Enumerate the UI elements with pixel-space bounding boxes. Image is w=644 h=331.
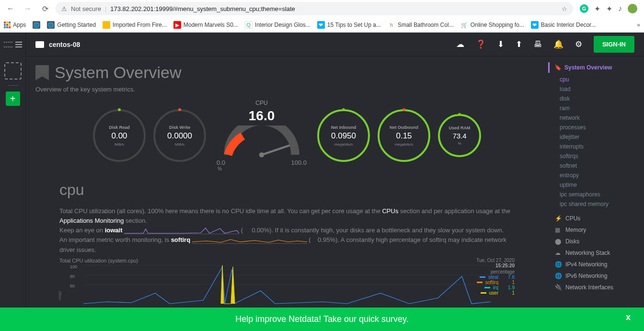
cpu-chart[interactable]: 100 80 60 ntage Tue, Oct 27, 2020 [59, 264, 515, 305]
forward-button[interactable]: → [21, 2, 34, 15]
nav-sub-softnet[interactable]: softnet [560, 161, 640, 171]
gauge-tick [342, 108, 345, 111]
bookmark-item[interactable]: 🌐 [33, 21, 40, 29]
gauge-tick [458, 113, 461, 116]
upload-icon[interactable]: ⬆ [516, 39, 522, 49]
reload-button[interactable]: ⟳ [38, 2, 52, 15]
host-icon [35, 41, 44, 48]
bookmark-item[interactable]: 🛒Online Shopping fo... [460, 21, 524, 29]
category-icon: 🌐 [555, 273, 562, 279]
nav-cat-disks[interactable]: ⬤Disks [552, 236, 640, 247]
bookmark-item[interactable]: QInterior Design Glos... [245, 21, 310, 29]
nav-sub-ram[interactable]: ram [560, 103, 640, 113]
gauge-tick [178, 108, 181, 111]
nav-sub-cpu[interactable]: cpu [560, 75, 640, 84]
nav-sub-idlejitter[interactable]: idlejitter [560, 132, 640, 142]
bookmark-item[interactable]: hSmall Bathroom Col... [388, 21, 454, 29]
softirq-note: An important metric worth monitoring, is… [59, 235, 515, 254]
category-icon: ☁ [555, 250, 562, 256]
back-button[interactable]: ← [4, 2, 17, 15]
extensions-puzzle-icon[interactable]: ✦ [606, 4, 612, 13]
nav-system-overview[interactable]: 🔖System Overview [548, 62, 640, 73]
sign-in-button[interactable]: SIGN-IN [594, 36, 634, 53]
gear-icon[interactable]: ⚙ [575, 39, 582, 49]
address-bar[interactable]: ⚠ Not secure | 173.82.202.201:19999/#men… [56, 2, 573, 15]
category-icon: 🔌 [555, 284, 562, 291]
music-icon[interactable]: ♪ [618, 4, 622, 13]
page-subtitle: Overview of the key system metrics. [35, 86, 539, 93]
banner-close-button[interactable]: x [626, 312, 631, 322]
bookmark-item[interactable]: 🌐Getting Started [47, 21, 96, 29]
bell-icon[interactable]: 🔔 [553, 39, 564, 49]
category-icon: ⬤ [555, 238, 562, 245]
star-icon[interactable]: ☆ [562, 5, 567, 12]
gauge-tick [118, 108, 121, 111]
bookmark-item[interactable]: Imported From Fire... [103, 21, 167, 29]
nav-cat-network-interfaces[interactable]: 🔌Network Interfaces [552, 282, 640, 293]
apps-link[interactable]: Applications Monitoring [59, 217, 124, 224]
cpus-link[interactable]: CPUs [382, 207, 398, 215]
gauge-disk-read[interactable]: Disk Read 0.00 MiB/s [93, 109, 146, 162]
bookmark-icon[interactable] [35, 65, 49, 80]
page-url: 173.82.202.201:19999/#menu_system_submen… [110, 5, 295, 12]
add-button[interactable]: + [6, 91, 20, 106]
bookmark-item[interactable]: ❤15 Tips to Set Up a... [317, 21, 381, 29]
cpu-heading: cpu [59, 181, 515, 199]
side-nav: 🔖System Overview cpuloaddiskramnetworkpr… [548, 57, 644, 331]
profile-avatar[interactable] [628, 4, 637, 13]
svg-point-1 [259, 152, 264, 158]
gauge-disk-write[interactable]: Disk Write 0.0000 MiB/s [153, 109, 206, 162]
chart-legend: Tue, Oct 27, 2020 15:25:20 percentage st… [476, 258, 515, 296]
nav-cat-ipv4-networking[interactable]: 🌐IPv4 Networking [552, 259, 640, 270]
apps-shortcut[interactable]: Apps [4, 22, 26, 28]
download-icon[interactable]: ⬇ [497, 39, 504, 49]
svg-line-0 [262, 146, 289, 155]
category-icon: ⚡ [555, 215, 562, 222]
cloud-icon[interactable]: ☁ [456, 39, 464, 49]
nav-sub-processes[interactable]: processes [560, 123, 640, 132]
extension-icon[interactable]: ✦ [594, 4, 600, 13]
gauge-cpu[interactable]: CPU 16.0 0.0100.0 % [214, 100, 310, 171]
bookmark-item[interactable]: ❤Basic Interior Decor... [531, 21, 596, 29]
not-secure-label: Not secure [71, 5, 101, 12]
hostname[interactable]: centos-08 [35, 41, 80, 48]
nav-sub-ipc-semaphores[interactable]: ipc semaphores [560, 190, 640, 199]
nav-sub-network[interactable]: network [560, 113, 640, 123]
nav-sub-uptime[interactable]: uptime [560, 180, 640, 190]
nav-cat-cpus[interactable]: ⚡CPUs [552, 213, 640, 224]
nav-cat-ipv6-networking[interactable]: 🌐IPv6 Networking [552, 270, 640, 282]
y-axis-label: ntage [58, 291, 62, 300]
bookmark-icon: 🔖 [554, 64, 562, 71]
banner-text[interactable]: Help improve Netdata! Take our quick sur… [235, 314, 409, 324]
softirq-sparkline [192, 237, 307, 244]
menu-toggle-icon[interactable] [15, 42, 22, 47]
gauge-row: Disk Read 0.00 MiB/s Disk Write 0.0000 M… [35, 100, 539, 171]
nav-sub-interrupts[interactable]: interrupts [560, 142, 640, 151]
survey-banner: Help improve Netdata! Take our quick sur… [0, 308, 644, 331]
bookmark-item[interactable]: ▶Modern Marvels S0... [173, 21, 238, 29]
nav-sub-load[interactable]: load [560, 84, 640, 94]
nav-sub-entropy[interactable]: entropy [560, 171, 640, 180]
category-icon: ▦ [555, 227, 562, 233]
extension-grammarly-icon[interactable]: G [580, 4, 588, 13]
bookmarks-overflow[interactable]: » [637, 22, 640, 28]
warning-icon: ⚠ [61, 5, 67, 12]
help-icon[interactable]: ❓ [476, 39, 486, 49]
nav-cat-networking-stack[interactable]: ☁Networking Stack [552, 247, 640, 259]
nav-cat-memory[interactable]: ▦Memory [552, 224, 640, 236]
cpu-description: Total CPU utilization (all cores). 100% … [59, 206, 515, 226]
gauge-tick [402, 108, 405, 111]
divider [8, 85, 18, 86]
gauge-used-ram[interactable]: Used RAM 73.4 % [438, 114, 481, 157]
browser-chrome: ← → ⟳ ⚠ Not secure | 173.82.202.201:1999… [0, 0, 644, 33]
print-icon[interactable]: 🖶 [534, 40, 542, 49]
topbar: centos-08 ☁ ❓ ⬇ ⬆ 🖶 🔔 ⚙ SIGN-IN [26, 33, 644, 57]
iowait-note: Keep an eye on iowait ( 0.00%). If it is… [59, 226, 515, 235]
gauge-net-outbound[interactable]: Net Outbound 0.15 megabits/s [378, 109, 430, 162]
selection-box-icon[interactable] [4, 62, 22, 80]
netdata-logo-icon [4, 42, 12, 47]
nav-sub-ipc-shared-memory[interactable]: ipc shared memory [560, 199, 640, 209]
nav-sub-disk[interactable]: disk [560, 94, 640, 103]
gauge-net-inbound[interactable]: Net Inbound 0.0950 megabits/s [317, 109, 370, 162]
nav-sub-softirqs[interactable]: softirqs [560, 151, 640, 161]
